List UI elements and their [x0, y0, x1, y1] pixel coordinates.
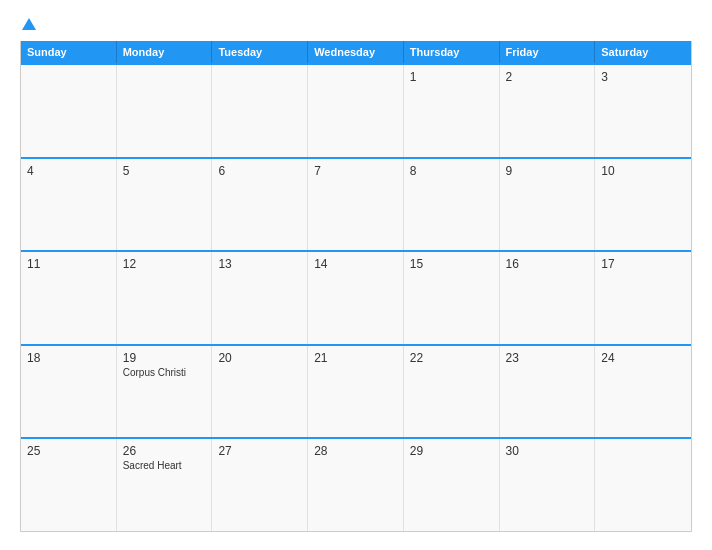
- calendar-cell: 21: [308, 346, 404, 438]
- day-number: 14: [314, 257, 397, 271]
- calendar-week-3: 11121314151617: [21, 250, 691, 344]
- calendar-week-2: 45678910: [21, 157, 691, 251]
- day-header-tuesday: Tuesday: [212, 41, 308, 63]
- calendar-cell: 6: [212, 159, 308, 251]
- calendar-cell: 28: [308, 439, 404, 531]
- day-number: 19: [123, 351, 206, 365]
- calendar-cell: [595, 439, 691, 531]
- day-number: 17: [601, 257, 685, 271]
- calendar-cell: 11: [21, 252, 117, 344]
- day-number: 12: [123, 257, 206, 271]
- day-number: 23: [506, 351, 589, 365]
- calendar-body: 12345678910111213141516171819Corpus Chri…: [21, 63, 691, 531]
- day-number: 26: [123, 444, 206, 458]
- page: SundayMondayTuesdayWednesdayThursdayFrid…: [0, 0, 712, 550]
- day-header-sunday: Sunday: [21, 41, 117, 63]
- calendar-cell: 18: [21, 346, 117, 438]
- calendar-cell: 27: [212, 439, 308, 531]
- calendar-cell: 4: [21, 159, 117, 251]
- day-number: 16: [506, 257, 589, 271]
- day-number: 22: [410, 351, 493, 365]
- calendar-cell: 13: [212, 252, 308, 344]
- calendar-week-4: 1819Corpus Christi2021222324: [21, 344, 691, 438]
- day-number: 18: [27, 351, 110, 365]
- calendar-cell: 22: [404, 346, 500, 438]
- calendar-cell: 7: [308, 159, 404, 251]
- day-number: 1: [410, 70, 493, 84]
- logo: [20, 18, 36, 31]
- calendar-cell: [21, 65, 117, 157]
- day-number: 30: [506, 444, 589, 458]
- day-number: 2: [506, 70, 589, 84]
- calendar-cell: 26Sacred Heart: [117, 439, 213, 531]
- day-header-friday: Friday: [500, 41, 596, 63]
- day-number: 7: [314, 164, 397, 178]
- day-number: 24: [601, 351, 685, 365]
- calendar-cell: 17: [595, 252, 691, 344]
- day-header-thursday: Thursday: [404, 41, 500, 63]
- calendar-cell: 16: [500, 252, 596, 344]
- calendar-cell: [117, 65, 213, 157]
- calendar-cell: 23: [500, 346, 596, 438]
- calendar-cell: 5: [117, 159, 213, 251]
- calendar: SundayMondayTuesdayWednesdayThursdayFrid…: [20, 41, 692, 532]
- day-number: 28: [314, 444, 397, 458]
- logo-triangle-icon: [22, 18, 36, 30]
- day-header-wednesday: Wednesday: [308, 41, 404, 63]
- day-number: 29: [410, 444, 493, 458]
- day-number: 4: [27, 164, 110, 178]
- calendar-cell: 1: [404, 65, 500, 157]
- calendar-cell: 30: [500, 439, 596, 531]
- day-number: 27: [218, 444, 301, 458]
- day-number: 9: [506, 164, 589, 178]
- day-number: 13: [218, 257, 301, 271]
- day-header-saturday: Saturday: [595, 41, 691, 63]
- holiday-label: Corpus Christi: [123, 367, 206, 379]
- calendar-cell: 15: [404, 252, 500, 344]
- day-number: 21: [314, 351, 397, 365]
- day-number: 11: [27, 257, 110, 271]
- calendar-week-1: 123: [21, 63, 691, 157]
- day-number: 25: [27, 444, 110, 458]
- calendar-cell: 9: [500, 159, 596, 251]
- day-number: 5: [123, 164, 206, 178]
- calendar-cell: 14: [308, 252, 404, 344]
- calendar-cell: 20: [212, 346, 308, 438]
- calendar-cell: 3: [595, 65, 691, 157]
- day-number: 15: [410, 257, 493, 271]
- calendar-cell: 10: [595, 159, 691, 251]
- holiday-label: Sacred Heart: [123, 460, 206, 472]
- calendar-cell: [308, 65, 404, 157]
- calendar-cell: 29: [404, 439, 500, 531]
- calendar-cell: 25: [21, 439, 117, 531]
- calendar-header-row: SundayMondayTuesdayWednesdayThursdayFrid…: [21, 41, 691, 63]
- calendar-cell: 24: [595, 346, 691, 438]
- day-number: 20: [218, 351, 301, 365]
- calendar-cell: [212, 65, 308, 157]
- day-header-monday: Monday: [117, 41, 213, 63]
- calendar-week-5: 2526Sacred Heart27282930: [21, 437, 691, 531]
- day-number: 10: [601, 164, 685, 178]
- day-number: 6: [218, 164, 301, 178]
- header: [20, 18, 692, 31]
- day-number: 8: [410, 164, 493, 178]
- calendar-cell: 2: [500, 65, 596, 157]
- calendar-cell: 8: [404, 159, 500, 251]
- day-number: 3: [601, 70, 685, 84]
- calendar-cell: 19Corpus Christi: [117, 346, 213, 438]
- calendar-cell: 12: [117, 252, 213, 344]
